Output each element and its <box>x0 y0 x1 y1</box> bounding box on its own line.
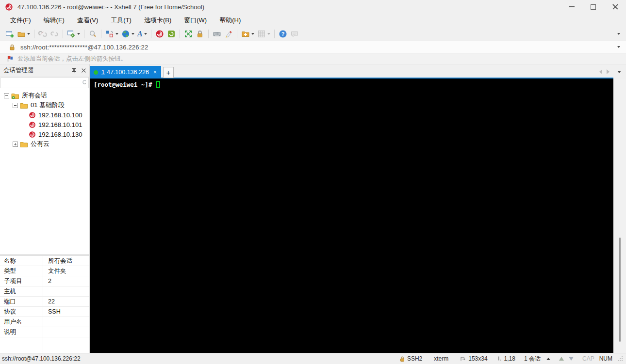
keyboard-icon <box>213 30 221 38</box>
expand-icon[interactable] <box>13 142 18 147</box>
scroll-down-button[interactable] <box>569 357 574 361</box>
menu-help[interactable]: 帮助(H) <box>213 14 247 27</box>
property-value: SSH <box>43 308 89 315</box>
xshell-logo-icon <box>5 3 13 11</box>
terminal-scrollbar[interactable] <box>613 79 626 353</box>
tab-active-session[interactable]: 1 47.100.136.226 × <box>90 66 161 79</box>
font-dropdown-caret-icon[interactable] <box>144 33 147 35</box>
properties-dropdown-caret-icon[interactable] <box>77 33 80 35</box>
property-row-port: 端口 22 <box>0 297 89 307</box>
property-label: 协议 <box>0 307 43 317</box>
menu-edit[interactable]: 编辑(E) <box>37 14 71 27</box>
toolbar-separator <box>180 30 180 38</box>
scrollbar-thumb[interactable] <box>619 237 621 342</box>
close-button[interactable] <box>604 0 626 14</box>
compose-grid-button[interactable] <box>256 28 272 40</box>
resize-grip-icon[interactable] <box>617 356 623 362</box>
collapse-icon[interactable] <box>13 103 18 108</box>
tile-layout-button[interactable] <box>104 28 120 40</box>
tree-item-all-sessions[interactable]: 所有会话 <box>0 91 89 100</box>
reconnect-button[interactable] <box>49 28 60 40</box>
terminal-screen[interactable]: [root@weiwei ~]# <box>90 79 626 353</box>
address-bar[interactable]: ssh://root:***************@47.100.136.22… <box>0 41 626 53</box>
main-area: 会话管理器 所有会话 01 基础阶段 192.168.10 <box>0 64 626 353</box>
toolbar-overflow-caret-icon[interactable] <box>617 33 620 35</box>
session-manager-title: 会话管理器 <box>3 66 34 75</box>
session-search-input[interactable] <box>1 78 82 88</box>
tab-label: 47.100.136.226 <box>107 69 149 76</box>
tree-item-folder-base[interactable]: 01 基础阶段 <box>0 100 89 110</box>
search-icon[interactable] <box>82 79 86 86</box>
open-folder-icon <box>17 30 26 38</box>
folder-icon <box>20 141 28 148</box>
tab-scroll-right-icon[interactable] <box>607 69 610 74</box>
highlight-pen-icon <box>224 30 233 38</box>
menu-view[interactable]: 查看(V) <box>71 14 104 27</box>
panel-close-icon[interactable] <box>82 68 86 73</box>
maximize-icon <box>591 4 596 10</box>
feedback-button[interactable] <box>289 28 300 40</box>
lock-screen-button[interactable] <box>194 28 206 40</box>
help-icon: ? <box>279 30 287 38</box>
help-button[interactable]: ? <box>277 28 289 40</box>
property-label: 子项目 <box>0 276 43 286</box>
menu-tools[interactable]: 工具(T) <box>104 14 138 27</box>
menu-bar: 文件(F) 编辑(E) 查看(V) 工具(T) 选项卡(B) 窗口(W) 帮助(… <box>0 14 626 27</box>
tab-list-caret-icon[interactable] <box>617 71 621 73</box>
menu-window[interactable]: 窗口(W) <box>178 14 213 27</box>
property-label: 说明 <box>0 327 43 337</box>
info-bar: 要添加当前会话，点击左侧的箭头按钮。 <box>0 53 626 64</box>
toolbar-separator <box>208 30 209 38</box>
minimize-button[interactable] <box>560 0 582 14</box>
highlight-pen-button[interactable] <box>223 28 234 40</box>
browser-dropdown-caret-icon[interactable] <box>132 33 134 35</box>
open-dropdown-caret-icon[interactable] <box>27 33 30 35</box>
property-row-host: 主机 <box>0 286 89 297</box>
feedback-bubble-icon <box>290 30 299 38</box>
new-session-button[interactable] <box>4 28 16 40</box>
web-browser-button[interactable] <box>120 28 136 40</box>
virtual-keyboard-button[interactable] <box>211 28 223 40</box>
open-sessions-button[interactable] <box>16 28 32 40</box>
tile-layout-icon <box>105 30 114 38</box>
property-value: 文件夹 <box>43 267 89 275</box>
maximize-button[interactable] <box>582 0 604 14</box>
scroll-up-button[interactable] <box>559 357 564 361</box>
tab-close-icon[interactable]: × <box>153 69 157 76</box>
new-tab-button[interactable]: + <box>163 67 174 78</box>
tree-item-session-130[interactable]: 192.168.10.130 <box>0 129 89 139</box>
layout-dropdown-caret-icon[interactable] <box>115 33 118 35</box>
session-search-box[interactable] <box>0 77 89 88</box>
tab-scroll-left-icon[interactable] <box>599 69 602 74</box>
status-session-count[interactable]: 1 会话 <box>524 355 550 363</box>
collapse-icon[interactable] <box>4 93 9 98</box>
session-properties-icon <box>67 30 76 38</box>
address-dropdown-caret-icon[interactable] <box>617 46 620 48</box>
status-terminal-type: xterm <box>434 355 448 362</box>
session-list-caret-icon[interactable] <box>546 358 550 360</box>
menu-file[interactable]: 文件(F) <box>4 14 37 27</box>
new-session-folder-button[interactable] <box>240 28 256 40</box>
menu-tabs[interactable]: 选项卡(B) <box>138 14 178 27</box>
font-button[interactable]: A <box>136 28 148 40</box>
disconnect-button[interactable] <box>37 28 49 40</box>
tree-item-folder-cloud[interactable]: 公有云 <box>0 139 89 149</box>
ssh-lock-icon <box>399 356 405 362</box>
tree-item-session-101[interactable]: 192.168.10.101 <box>0 120 89 129</box>
fullscreen-button[interactable] <box>182 28 194 40</box>
property-value: 所有会话 <box>43 257 89 265</box>
tree-item-session-100[interactable]: 192.168.10.100 <box>0 110 89 120</box>
tree-item-label: 192.168.10.130 <box>38 131 82 138</box>
grid-dropdown-caret-icon[interactable] <box>267 33 270 35</box>
pin-icon[interactable] <box>71 67 77 73</box>
status-cursor-position: 1,18 <box>497 355 515 362</box>
flag-icon <box>7 55 14 62</box>
property-value: 2 <box>43 278 89 285</box>
session-properties-button[interactable] <box>66 28 82 40</box>
xftp-launch-button[interactable] <box>165 28 177 40</box>
xshell-launch-button[interactable] <box>154 28 165 40</box>
address-url[interactable]: ssh://root:***************@47.100.136.22… <box>20 44 148 51</box>
new-folder-dropdown-caret-icon[interactable] <box>251 33 254 35</box>
caps-lock-indicator: CAP <box>582 355 594 362</box>
find-button[interactable] <box>87 28 99 40</box>
